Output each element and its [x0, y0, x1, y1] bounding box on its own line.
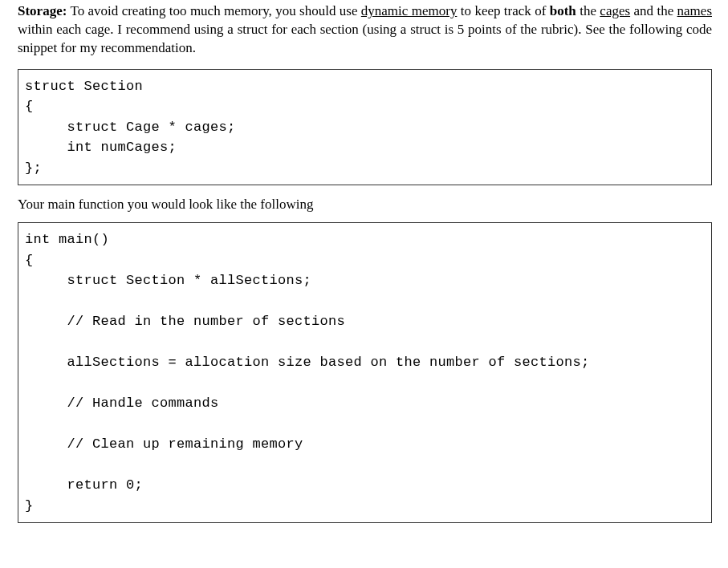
underline-cages: cages [600, 3, 630, 18]
text-fragment: To avoid creating too much memory, you s… [67, 3, 360, 18]
text-fragment: to keep track of [457, 3, 549, 18]
code-snippet-main: int main() { struct Section * allSection… [18, 222, 712, 523]
document-page: Storage: To avoid creating too much memo… [0, 0, 728, 550]
storage-label: Storage: [18, 3, 67, 18]
text-fragment: within each cage. I recommend using a st… [18, 22, 712, 55]
text-fragment: and the [630, 3, 677, 18]
underline-dynamic-memory: dynamic memory [361, 3, 458, 18]
between-paragraph: Your main function you would look like t… [18, 197, 712, 213]
text-fragment: the [576, 3, 600, 18]
bold-both: both [550, 3, 576, 18]
storage-paragraph: Storage: To avoid creating too much memo… [18, 2, 712, 58]
code-snippet-struct: struct Section { struct Cage * cages; in… [18, 69, 712, 186]
underline-names: names [677, 3, 712, 18]
